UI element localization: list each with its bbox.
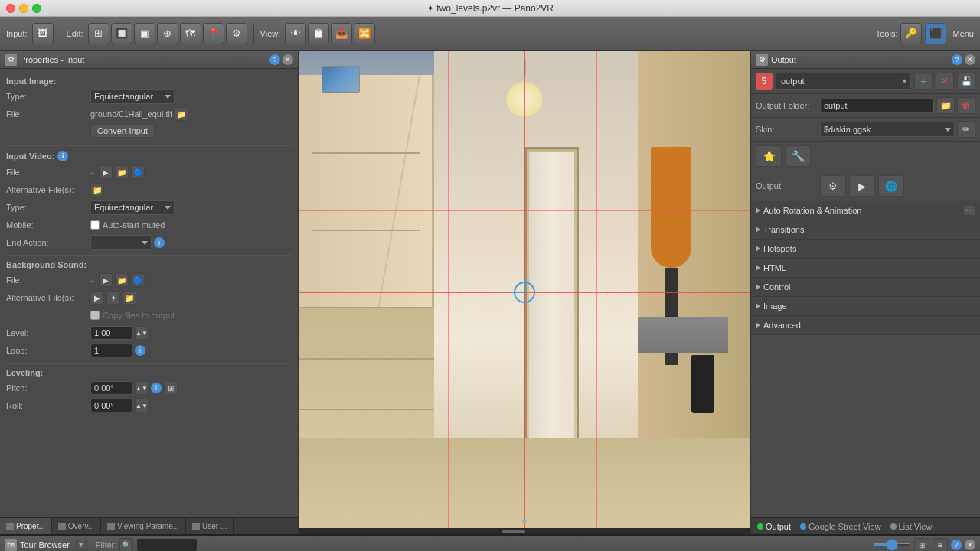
close-button[interactable]	[6, 4, 15, 13]
tab-output[interactable]: Output	[757, 522, 791, 531]
tour-browser-menu-btn[interactable]: ▼	[76, 540, 87, 550]
output-folder-clear-btn[interactable]: 🗑	[957, 97, 975, 114]
sound-browse-btn[interactable]: 📁	[115, 273, 129, 287]
output-format-html[interactable]: 🌐	[878, 175, 904, 197]
autostart-checkbox[interactable]	[90, 220, 100, 230]
tab-list-view[interactable]: List View	[890, 522, 933, 531]
edit-btn-2[interactable]: 🔲	[111, 23, 132, 44]
tab-properties[interactable]: Proper...	[0, 518, 52, 534]
video-browse-btn[interactable]: 📁	[115, 165, 129, 179]
end-action-info-icon[interactable]: i	[154, 237, 165, 248]
sound-alt-btn2[interactable]: ✦	[106, 291, 120, 305]
filter-icon[interactable]: 🔍	[119, 538, 133, 551]
convert-input-btn[interactable]: Convert Input	[90, 124, 155, 138]
maximize-button[interactable]	[32, 4, 41, 13]
remove-output-btn[interactable]: ✕	[936, 73, 954, 90]
accordion-hotspots-header[interactable]: Hotspots	[751, 240, 980, 258]
tab-user[interactable]: User ...	[186, 518, 234, 534]
viewport[interactable]	[299, 51, 750, 534]
output-format-gear[interactable]: ⚙	[820, 175, 846, 197]
video-info-btn[interactable]: 🔵	[131, 165, 145, 179]
zoom-slider[interactable]	[873, 543, 911, 546]
pitch-extra-btn[interactable]: ⊞	[164, 381, 178, 395]
loop-input[interactable]	[90, 344, 132, 357]
tools-btn-2[interactable]: ⬛	[925, 23, 946, 44]
input-label: Input:	[6, 29, 28, 38]
end-action-select[interactable]	[90, 235, 152, 250]
edit-btn-7[interactable]: ⚙	[226, 23, 247, 44]
tools-btn-1[interactable]: 🔑	[900, 23, 922, 44]
view-btn-4[interactable]: 🔀	[354, 23, 375, 44]
type-select[interactable]: Equirectangular	[90, 89, 175, 104]
video-play-btn[interactable]: ▶	[99, 165, 113, 179]
loop-info-icon[interactable]: i	[135, 345, 145, 356]
minimize-button[interactable]	[19, 4, 28, 13]
accordion-html-header[interactable]: HTML	[751, 259, 980, 277]
tab-overview[interactable]: Overv...	[52, 518, 101, 534]
roll-input[interactable]	[90, 399, 132, 412]
output-close-btn[interactable]: ✕	[965, 54, 975, 65]
traffic-lights	[6, 4, 41, 13]
view-btn-2[interactable]: 📋	[308, 23, 329, 44]
output-folder-input[interactable]	[820, 99, 934, 112]
end-action-row: End Action: i	[6, 235, 292, 250]
accordion-advanced-header[interactable]: Advanced	[751, 316, 980, 334]
file-browse-btn[interactable]: 📁	[175, 107, 188, 121]
filter-input[interactable]	[136, 538, 198, 551]
view-btn-3[interactable]: 📤	[331, 23, 352, 44]
view-btn-1[interactable]: 👁	[285, 23, 306, 44]
viewport-scrollbar-thumb[interactable]	[502, 530, 525, 533]
tab-gsv-dot	[800, 523, 806, 530]
skin-icon-star[interactable]: ⭐	[756, 145, 782, 167]
skin-edit-btn[interactable]: ✏	[957, 121, 975, 138]
tab-viewing-params[interactable]: Viewing Parame...	[101, 518, 186, 534]
tab-google-street-view[interactable]: Google Street View	[800, 522, 881, 531]
output-select[interactable]: output	[776, 73, 911, 90]
sound-play-btn[interactable]: ▶	[99, 273, 113, 287]
accordion-control-header[interactable]: Control	[751, 278, 980, 296]
tab-properties-label: Proper...	[16, 522, 45, 530]
accordion-image-header[interactable]: Image	[751, 297, 980, 315]
video-alt-browse-btn[interactable]: 📁	[90, 183, 104, 197]
output-folder-browse-btn[interactable]: 📁	[936, 97, 955, 114]
tour-grid-view-btn[interactable]: ⊞	[914, 538, 929, 551]
sound-info-btn[interactable]: 🔵	[131, 273, 145, 287]
video-type-select[interactable]: Equirectangular	[90, 200, 175, 215]
properties-panel-header: ⚙ Properties - Input ? ✕	[0, 51, 298, 69]
add-output-btn[interactable]: +	[914, 73, 933, 90]
roll-up-btn[interactable]: ▲▼	[135, 399, 149, 412]
pitch-input[interactable]	[90, 381, 132, 395]
panel-help-btn[interactable]: ?	[270, 54, 280, 65]
save-output-btn[interactable]: 💾	[957, 73, 975, 90]
tour-close-btn[interactable]: ✕	[965, 540, 975, 550]
panel-close-btn[interactable]: ✕	[283, 54, 293, 65]
output-format-play[interactable]: ▶	[849, 175, 875, 197]
skin-select[interactable]: $d/skin.ggsk	[820, 122, 955, 137]
tour-help-btn[interactable]: ?	[951, 540, 962, 550]
input-btn-1[interactable]: 🖼	[32, 23, 54, 44]
level-up-btn[interactable]: ▲▼	[135, 326, 149, 340]
accordion-image: Image	[751, 297, 980, 316]
viewport-scrollbar[interactable]	[299, 528, 750, 534]
skin-icon-wrench[interactable]: 🔧	[785, 145, 811, 167]
sound-file-row: File: - ▶ 📁 🔵	[6, 272, 292, 288]
sound-alt-btn3[interactable]: 📁	[122, 291, 136, 305]
tour-list-view-btn[interactable]: ≡	[933, 538, 948, 551]
main-area: ⚙ Properties - Input ? ✕ Input Image: Ty…	[0, 51, 980, 534]
pitch-up-btn[interactable]: ▲▼	[135, 381, 149, 395]
edit-btn-6[interactable]: 📍	[203, 23, 224, 44]
output-folder-label: Output Folder:	[756, 101, 817, 110]
accordion-transitions-header[interactable]: Transitions	[751, 220, 980, 239]
level-input[interactable]	[90, 326, 132, 340]
accordion-auto-rotation-menu[interactable]: ⋯	[963, 205, 975, 216]
edit-btn-1[interactable]: ⊞	[88, 23, 109, 44]
edit-btn-4[interactable]: ⊕	[157, 23, 178, 44]
sound-alt-btn1[interactable]: ▶	[90, 291, 104, 305]
edit-btn-3[interactable]: ▣	[134, 23, 155, 44]
output-help-btn[interactable]: ?	[952, 54, 962, 65]
copy-checkbox[interactable]	[90, 311, 100, 320]
pitch-info-icon[interactable]: i	[151, 383, 162, 393]
accordion-auto-rotation-header[interactable]: Auto Rotation & Animation ⋯	[751, 201, 980, 220]
edit-btn-5[interactable]: 🗺	[180, 23, 201, 44]
video-info-icon[interactable]: i	[57, 151, 68, 161]
